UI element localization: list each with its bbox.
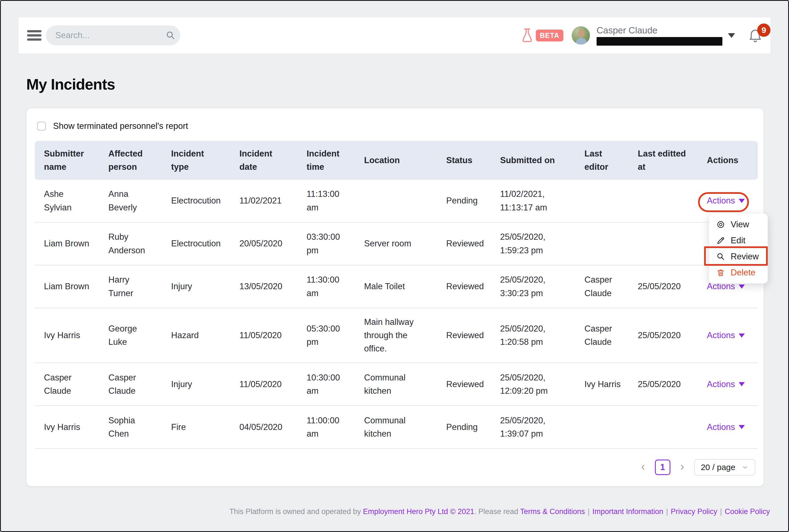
cell-incident-time: 11:30:00 am — [307, 266, 364, 307]
menu-button[interactable] — [27, 30, 41, 41]
cell-actions: Actions — [707, 322, 749, 349]
cell-actions: Actions — [707, 187, 749, 214]
menu-item-review[interactable]: Review — [709, 249, 768, 265]
cell-status: Reviewed — [446, 230, 500, 258]
cell-last-editor — [584, 420, 638, 434]
user-block: Casper Claude — [597, 25, 723, 45]
cell-incident-type: Fire — [171, 413, 239, 441]
cell-affected-person: Ruby Anderson — [108, 223, 171, 264]
table-row: Casper ClaudeCasper ClaudeInjury11/05/20… — [35, 363, 758, 406]
column-header-last-editor: Last editor — [584, 147, 638, 174]
column-header-submitted-on: Submitted on — [500, 154, 584, 167]
column-header-incident-type: Incident type — [171, 147, 239, 174]
caret-down-icon — [739, 285, 745, 289]
cell-affected-person: Casper Claude — [108, 364, 171, 405]
menu-item-delete[interactable]: Delete — [709, 265, 768, 281]
column-header-submitter-name: Submitter name — [44, 147, 108, 174]
cell-last-edited-at: 25/05/2020 — [638, 370, 707, 398]
beta-badge: BETA — [536, 30, 563, 41]
next-page-button[interactable] — [678, 463, 687, 472]
app-header: BETA Casper Claude 9 — [19, 17, 770, 53]
cell-last-editor: Ivy Harris — [584, 370, 638, 398]
footer-link-privacy-policy[interactable]: Privacy Policy — [671, 507, 717, 516]
caret-down-icon — [739, 334, 745, 338]
pagination: 1 20 / page — [639, 459, 755, 476]
cell-status: Reviewed — [446, 322, 500, 349]
cell-affected-person: Harry Turner — [108, 266, 171, 307]
search-box — [46, 25, 180, 45]
cell-incident-type: Hazard — [171, 322, 239, 349]
beta-flask-icon[interactable] — [521, 27, 534, 43]
cell-last-edited-at — [638, 237, 707, 251]
cell-affected-person: Sophia Chen — [108, 407, 171, 448]
cell-submitter-name: Ashe Sylvian — [44, 180, 108, 221]
footer-link-terms[interactable]: Terms & Conditions — [520, 507, 585, 516]
cell-incident-date: 20/05/2020 — [239, 230, 307, 258]
page-footer: This Platform is owned and operated by E… — [229, 507, 770, 516]
notification-count-badge: 9 — [757, 23, 770, 37]
cell-last-edited-at — [638, 420, 707, 434]
page-size-select[interactable]: 20 / page — [694, 459, 755, 476]
cell-location: Communal kitchen — [364, 407, 446, 448]
profile-caret-icon[interactable] — [728, 33, 735, 38]
cell-location: Server room — [364, 230, 446, 258]
cell-affected-person: Anna Beverly — [108, 180, 171, 221]
table-row: Liam BrownRuby AndersonElectrocution20/0… — [35, 223, 758, 265]
cell-last-edited-at: 25/05/2020 — [638, 322, 707, 349]
footer-link-important-information[interactable]: Important Information — [593, 507, 663, 516]
cell-incident-date: 11/02/2021 — [239, 187, 307, 214]
cell-incident-date: 13/05/2020 — [239, 273, 307, 300]
page-title: My Incidents — [26, 75, 115, 93]
cell-incident-type: Electrocution — [171, 230, 239, 258]
cell-location — [364, 194, 446, 208]
row-actions-button[interactable]: Actions — [707, 329, 745, 342]
search-icon[interactable] — [166, 31, 176, 40]
user-name: Casper Claude — [597, 25, 723, 36]
cell-incident-time: 03:30:00 pm — [307, 223, 364, 264]
footer-link-cookie-policy[interactable]: Cookie Policy — [725, 507, 770, 516]
cell-submitted-on: 25/05/2020, 3:30:23 pm — [500, 266, 584, 307]
cell-incident-type: Injury — [171, 273, 239, 300]
current-page-button[interactable]: 1 — [655, 459, 670, 475]
cell-incident-type: Electrocution — [171, 187, 239, 214]
menu-item-view[interactable]: View — [709, 216, 768, 232]
incidents-card: Show terminated personnel's report Submi… — [26, 108, 764, 487]
cell-submitter-name: Liam Brown — [44, 273, 108, 300]
cell-actions: Actions — [707, 370, 749, 398]
pencil-icon — [716, 236, 725, 245]
chevron-down-icon — [742, 464, 749, 471]
filter-row: Show terminated personnel's report — [37, 121, 188, 131]
cell-incident-date: 11/05/2020 — [239, 370, 307, 398]
menu-item-edit[interactable]: Edit — [709, 232, 768, 249]
user-avatar[interactable] — [572, 26, 590, 44]
cell-incident-time: 10:30:00 am — [307, 364, 364, 405]
show-terminated-checkbox[interactable] — [37, 122, 46, 131]
cell-last-editor: Casper Claude — [584, 266, 638, 307]
cell-incident-type: Injury — [171, 370, 239, 398]
notifications-button[interactable]: 9 — [748, 27, 763, 43]
cell-status: Pending — [446, 187, 500, 214]
footer-company-link[interactable]: Employment Hero Pty Ltd © 2021 — [363, 507, 475, 516]
cell-incident-time: 11:13:00 am — [307, 180, 364, 221]
appbar-right-cluster: BETA Casper Claude 9 — [521, 25, 763, 45]
row-actions-button[interactable]: Actions — [707, 421, 745, 434]
cell-last-editor: Casper Claude — [584, 315, 638, 356]
cell-submitter-name: Ivy Harris — [44, 322, 108, 349]
redacted-text-bar — [597, 37, 723, 45]
cell-actions: Actions — [707, 413, 749, 441]
cell-submitted-on: 11/02/2021, 11:13:17 am — [500, 180, 584, 221]
search-input[interactable] — [55, 31, 166, 40]
column-header-incident-time: Incident time — [307, 147, 364, 174]
previous-page-button[interactable] — [639, 463, 647, 472]
row-actions-button[interactable]: Actions — [707, 194, 745, 207]
cell-incident-date: 04/05/2020 — [239, 413, 307, 441]
screenshot-frame: BETA Casper Claude 9 My Incidents — [0, 0, 789, 532]
cell-last-editor — [584, 194, 638, 208]
cell-incident-time: 05:30:00 pm — [307, 315, 364, 356]
table-row: Ashe SylvianAnna BeverlyElectrocution11/… — [35, 180, 758, 223]
row-actions-button[interactable]: Actions — [707, 378, 745, 391]
magnifier-icon — [716, 252, 725, 261]
column-header-affected-person: Affected person — [108, 147, 171, 174]
column-header-actions: Actions — [707, 154, 749, 167]
table-body: Ashe SylvianAnna BeverlyElectrocution11/… — [35, 180, 758, 449]
